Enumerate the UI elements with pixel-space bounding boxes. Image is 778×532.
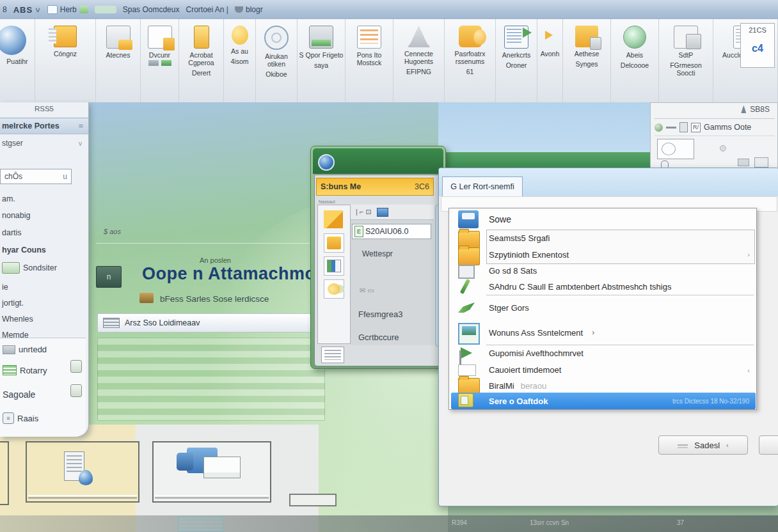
sidebar-item-nonabig[interactable]: nonabig — [2, 211, 31, 220]
card-document[interactable] — [26, 441, 139, 503]
quick-access-crortoei[interactable]: Crortoei An | — [186, 5, 228, 14]
sidebar-item-sagoale[interactable]: Sagoale — [3, 389, 35, 400]
ribbon-corner-box[interactable]: 21CSc4 — [740, 23, 775, 68]
sidebar-band[interactable]: melrcke Portes= — [0, 118, 88, 134]
dot-icon — [720, 145, 726, 152]
context-menu: Sowe Seamsts5 Srgafi Szpytinioth Exnento… — [449, 208, 757, 410]
quick-access-herb[interactable]: Herb — [47, 5, 88, 14]
collapse-icon[interactable]: = — [79, 121, 83, 130]
window-icon — [458, 265, 475, 279]
mini-list-row[interactable]: Ffesmgrea3 — [358, 309, 402, 319]
sidebar-item-ie[interactable]: ie — [2, 283, 8, 292]
pen-icon — [460, 279, 471, 294]
sidebar-item-hyar-couns[interactable]: hyar Couns — [2, 246, 46, 254]
orb-icon — [655, 123, 663, 132]
side-folder-icon[interactable] — [70, 384, 82, 397]
screenshot-icon — [309, 26, 333, 49]
sidebar-sub-item[interactable]: stgserv — [0, 136, 88, 151]
ribbon-group-abeis[interactable]: AbeisDelcoooe — [611, 19, 659, 102]
secondary-button[interactable]: – — [759, 435, 778, 455]
green-bar-icon — [161, 60, 171, 66]
folder-icon[interactable] — [324, 233, 344, 253]
balloon-icon — [232, 26, 248, 45]
menu-item-save[interactable]: Sowe — [449, 208, 756, 230]
mini-list-row[interactable]: Wettespr — [362, 249, 393, 258]
menu-item-gosd[interactable]: Go sd 8 Sats — [449, 263, 756, 279]
briefcase-icon — [139, 293, 154, 303]
side-doc-icon[interactable] — [70, 360, 82, 373]
menu-item-sere-highlighted[interactable]: Sere o Oaftdok trcs Dictecss 18 No-32/19… — [451, 393, 756, 409]
ribbon-group-avonh[interactable]: Avonh — [537, 19, 563, 102]
excel-icon: E — [354, 226, 363, 237]
ribbon-group-sdtp[interactable]: SdtPFGrmeson Soocti — [659, 19, 713, 102]
app-menu-button[interactable]: ABS˅ — [13, 5, 41, 15]
sidebar-item-rotarry[interactable]: Rotarry — [3, 365, 47, 375]
archive-icon — [2, 262, 20, 274]
ribbon-group-pasrfoatrx[interactable]: Pasrfoatrx rssenums61 — [445, 19, 496, 102]
mini-list-field[interactable]: ES20AIU06.0 — [352, 224, 431, 239]
disc-icon — [264, 26, 289, 50]
ribbon-group-atecnes[interactable]: Atecnes — [96, 19, 141, 102]
band-text: 13srr ccvn Sn — [530, 519, 569, 526]
card-small-bar — [289, 494, 337, 506]
ribbon-group-cennecte[interactable]: Cennecte HugoentsEFIPNG — [393, 19, 445, 102]
ribbon-group-pons[interactable]: Pons Ito Mostsck — [345, 19, 393, 102]
folder-corner-icon[interactable] — [324, 210, 343, 228]
menu-item-stger[interactable]: Stger Gors — [449, 295, 756, 320]
mini-toolbar[interactable]: | ⌐ ⊡ — [351, 205, 434, 220]
sidebar-item-dartis[interactable]: dartis — [2, 228, 22, 237]
app-window-icon[interactable] — [324, 256, 344, 276]
app-orb-icon[interactable] — [318, 154, 335, 171]
menu-item-cauoiert[interactable]: Cauoiert timdemoet ‹ — [449, 362, 756, 378]
ribbon-group-asau[interactable]: As au4isom — [224, 19, 256, 102]
menu-item-seamsts[interactable]: Seamsts5 Srgafi — [449, 230, 756, 246]
card-folder-mail[interactable] — [152, 441, 271, 503]
saved-button[interactable]: Sadesl ‹ — [658, 435, 748, 455]
right-panel-toolbar[interactable]: R/ Gamms Oote — [655, 118, 775, 136]
mail-orb-icon — [0, 26, 26, 55]
title-badge: 3C6 — [415, 182, 429, 191]
quick-access-spas[interactable]: Spas Oomcdeux — [123, 5, 180, 14]
ribbon-group-dvcunr[interactable]: Dvcunr — [141, 19, 179, 102]
sidebar-lower-panel: unrtedd Rotarry Sagoale ≡Raais — [0, 338, 86, 437]
ribbon-group-anerkcrts[interactable]: AnerkcrtsOroner — [496, 19, 537, 102]
document-icon — [148, 26, 172, 49]
list-icon — [357, 26, 381, 49]
sidebar-item-am[interactable]: am. — [2, 194, 15, 203]
brush-icon — [458, 302, 475, 313]
monitor-icon — [458, 323, 480, 345]
mini-window: S:buns Me3C6 Nassaut | ⌐ ⊡ ES20AIU06.0 W… — [310, 146, 446, 369]
mini-list-row[interactable]: Gcrtbccure — [358, 332, 399, 342]
sidebar-item-raais[interactable]: ≡Raais — [3, 412, 38, 424]
outline-icon — [458, 364, 476, 376]
menu-item-wonuns[interactable]: Wonuns Ass Ssntelcment › — [449, 320, 756, 345]
menu-item-sahdru[interactable]: SAhdru C Saull E amtxtenbert Abstmeshch … — [449, 279, 756, 295]
sidebar-item-whenles[interactable]: Whenles — [2, 315, 33, 324]
sidebar-header: RSS5 — [0, 105, 88, 113]
sidebar-item-unrtedd[interactable]: unrtedd — [3, 345, 47, 354]
menu-item-gupomisi[interactable]: Gupomisi Avefthochmrvet — [449, 345, 756, 362]
quick-access-blogr[interactable]: blogr — [235, 5, 263, 14]
selected-row[interactable]: Arsz Sso Loidimeaav — [97, 313, 324, 332]
menu-item-biralmi[interactable]: BiralMi beraou — [449, 378, 756, 394]
minus-icon — [666, 127, 676, 129]
ribbon-group-airukan[interactable]: Airukan otikenOkiboe — [256, 19, 298, 102]
ribbon-group-acrobat[interactable]: Acrobat CgperoaDerert — [179, 19, 224, 102]
menu-item-szpytinioth[interactable]: Szpytinioth Exnentost › — [449, 246, 756, 263]
mini-window-header[interactable] — [313, 148, 443, 174]
sidebar-item-sondsiter[interactable]: Sondsiter — [2, 262, 57, 274]
chevron-down-icon: ˅ — [35, 5, 41, 15]
ribbon-group-aethese[interactable]: AetheseSynges — [563, 19, 611, 102]
ribbon-group-sqpor[interactable]: S Qpor Frigetosaya — [298, 19, 345, 102]
rings-icon[interactable] — [324, 279, 344, 299]
mini-left-strip — [317, 205, 351, 344]
ribbon-group-congnz[interactable]: Cóngnz — [35, 19, 96, 102]
ribbon-group-puatihr[interactable]: Puatihr — [0, 19, 35, 102]
ribbon-group-aucclcuhi[interactable]: Aucclcuhi Stine 21CSc4 — [713, 19, 778, 102]
sidebar-search-box[interactable]: chÔsu — [0, 169, 72, 184]
dialog-tab[interactable]: G Ler Rort-snemfi — [442, 176, 523, 196]
sidebar-item-jortigt[interactable]: jortigt. — [2, 299, 24, 308]
chevron-icon: ‹ — [726, 441, 729, 449]
bags-icon — [459, 26, 482, 47]
highlight-swatch — [95, 6, 116, 13]
